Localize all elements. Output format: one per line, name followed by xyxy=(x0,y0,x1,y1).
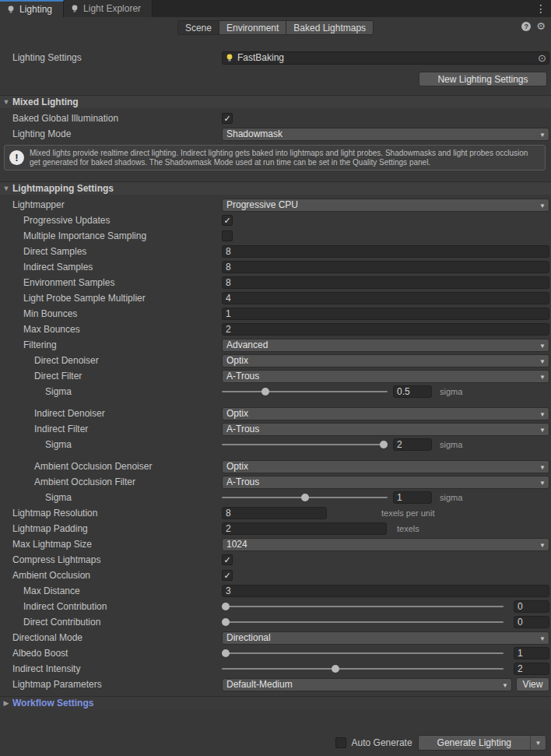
albedo-boost-value-field[interactable]: 1 xyxy=(514,647,549,659)
view-button[interactable]: View xyxy=(516,677,549,691)
direct-contribution-slider[interactable] xyxy=(222,621,504,623)
lightmapper-dropdown[interactable]: Progressive CPU▼ xyxy=(222,199,549,212)
control-indirect-denoiser: Optix▼ xyxy=(222,407,549,420)
dropdown-value: Optix xyxy=(226,355,248,366)
object-picker-icon[interactable]: ⊙ xyxy=(538,52,546,65)
max-bounces-field[interactable]: 2 xyxy=(222,323,549,336)
tab-light-explorer[interactable]: Light Explorer xyxy=(64,0,153,17)
dropdown-value: A-Trous xyxy=(226,476,259,487)
row-multiple-importance-sampling: Multiple Importance Sampling✓ xyxy=(0,228,551,244)
chevron-down-icon: ▼ xyxy=(539,411,546,418)
row-progressive-updates: Progressive Updates✓ xyxy=(0,213,551,228)
row-indirect-contribution: Indirect Contribution0 xyxy=(0,599,551,614)
new-lighting-settings-button[interactable]: New Lighting Settings xyxy=(419,72,547,86)
label-sigma: Sigma xyxy=(0,386,222,397)
indirect-contribution-value-field[interactable]: 0 xyxy=(514,600,549,613)
baked-global-illumination-checkbox[interactable]: ✓ xyxy=(222,113,233,124)
tab-lighting[interactable]: Lighting xyxy=(0,0,64,17)
section-header-mixed-lighting[interactable]: ▼ Mixed Lighting xyxy=(0,95,551,108)
view-tab-environment[interactable]: Environment xyxy=(219,20,286,35)
section-title: Workflow Settings xyxy=(12,698,93,709)
indirect-samples-field[interactable]: 8 xyxy=(222,261,549,273)
direct-denoiser-dropdown[interactable]: Optix▼ xyxy=(222,354,549,367)
label-indirect-filter: Indirect Filter xyxy=(0,424,222,434)
lightbulb-icon xyxy=(70,4,79,13)
indirect-denoiser-dropdown[interactable]: Optix▼ xyxy=(222,407,549,420)
max-lightmap-size-dropdown[interactable]: 1024▼ xyxy=(222,538,549,551)
environment-samples-field[interactable]: 8 xyxy=(222,276,549,289)
sigma-value-field[interactable]: 2 xyxy=(393,438,432,451)
help-icon[interactable]: ? xyxy=(521,22,531,31)
progressive-updates-checkbox[interactable]: ✓ xyxy=(222,215,233,226)
check-icon: ✓ xyxy=(223,571,230,580)
lightmap-parameters-dropdown[interactable]: Default-Medium▼ xyxy=(222,678,512,691)
gear-icon[interactable]: ⚙ xyxy=(536,22,546,31)
row-baked-global-illumination: Baked Global Illumination✓ xyxy=(0,111,551,126)
max-distance-field[interactable]: 3 xyxy=(222,585,549,597)
indirect-contribution-slider[interactable] xyxy=(222,606,504,607)
control-direct-denoiser: Optix▼ xyxy=(222,354,549,367)
lighting-mode-dropdown[interactable]: Shadowmask▼ xyxy=(222,128,549,141)
label-lightmap-resolution: Lightmap Resolution xyxy=(0,508,222,519)
direct-samples-field[interactable]: 8 xyxy=(222,245,549,258)
direct-filter-dropdown[interactable]: A-Trous▼ xyxy=(222,370,549,383)
lightbulb-icon xyxy=(6,5,16,14)
filtering-dropdown[interactable]: Advanced▼ xyxy=(222,339,549,352)
section-header-lightmapping-settings[interactable]: ▼ Lightmapping Settings xyxy=(0,181,551,195)
view-tab-baked-lightmaps[interactable]: Baked Lightmaps xyxy=(286,20,374,35)
sigma-slider[interactable] xyxy=(222,391,388,392)
indirect-intensity-slider[interactable] xyxy=(222,668,504,670)
row-lightmap-resolution: Lightmap Resolution8texels per unit xyxy=(0,505,551,521)
slider-handle[interactable] xyxy=(332,665,339,673)
field-value: 2 xyxy=(226,324,231,335)
direct-contribution-value-field[interactable]: 0 xyxy=(514,616,549,628)
sigma-value-field[interactable]: 1 xyxy=(393,491,432,504)
control-compress-lightmaps: ✓ xyxy=(222,554,549,567)
field-value: 8 xyxy=(226,508,231,519)
kebab-menu-icon[interactable]: ⋮ xyxy=(535,1,546,16)
control-max-lightmap-size: 1024▼ xyxy=(222,538,549,551)
indirect-filter-dropdown[interactable]: A-Trous▼ xyxy=(222,423,549,436)
control-multiple-importance-sampling: ✓ xyxy=(222,230,549,243)
albedo-boost-slider[interactable] xyxy=(222,652,504,654)
control-filtering: Advanced▼ xyxy=(222,339,549,352)
sigma-slider[interactable] xyxy=(222,444,388,445)
light-probe-sample-multiplier-field[interactable]: 4 xyxy=(222,292,549,304)
mixed-lighting-body: Baked Global Illumination✓Lighting ModeS… xyxy=(0,108,551,142)
lightmap-padding-field[interactable]: 2 xyxy=(222,522,387,535)
control-ambient-occlusion: ✓ xyxy=(222,569,549,582)
ambient-occlusion-checkbox[interactable]: ✓ xyxy=(222,570,233,581)
indirect-intensity-value-field[interactable]: 2 xyxy=(514,663,549,675)
section-header-workflow-settings[interactable]: ▶ Workflow Settings xyxy=(0,696,551,709)
slider-handle[interactable] xyxy=(380,441,388,448)
slider-handle[interactable] xyxy=(222,603,230,610)
control-lightmapper: Progressive CPU▼ xyxy=(222,199,549,212)
view-tab-scene[interactable]: Scene xyxy=(177,20,219,35)
ambient-occlusion-denoiser-dropdown[interactable]: Optix▼ xyxy=(222,460,549,473)
auto-generate-checkbox[interactable]: ✓ xyxy=(335,737,346,748)
label-indirect-contribution: Indirect Contribution xyxy=(0,601,222,612)
slider-handle[interactable] xyxy=(222,649,230,657)
ambient-occlusion-filter-dropdown[interactable]: A-Trous▼ xyxy=(222,476,549,489)
row-ambient-occlusion: Ambient Occlusion✓ xyxy=(0,568,551,583)
generate-lighting-button[interactable]: Generate Lighting xyxy=(419,736,530,750)
label-compress-lightmaps: Compress Lightmaps xyxy=(0,554,222,565)
directional-mode-dropdown[interactable]: Directional▼ xyxy=(222,631,549,645)
row-environment-samples: Environment Samples8 xyxy=(0,275,551,290)
sigma-value-field[interactable]: 0.5 xyxy=(393,385,432,398)
slider-handle[interactable] xyxy=(222,618,230,626)
unit-suffix: texels xyxy=(397,524,419,533)
lightmap-resolution-field[interactable]: 8 xyxy=(222,507,327,519)
min-bounces-field[interactable]: 1 xyxy=(222,308,549,320)
slider-handle[interactable] xyxy=(301,494,309,501)
label-direct-denoiser: Direct Denoiser xyxy=(0,355,222,366)
compress-lightmaps-checkbox[interactable]: ✓ xyxy=(222,554,233,565)
slider-handle[interactable] xyxy=(261,388,269,396)
generate-lighting-dropdown-icon[interactable]: ▼ xyxy=(530,736,546,750)
view-tab-group: Scene Environment Baked Lightmaps xyxy=(177,20,374,35)
auto-generate-label: Auto Generate xyxy=(352,737,412,748)
multiple-importance-sampling-checkbox[interactable]: ✓ xyxy=(222,230,233,241)
info-helpbox: ! Mixed lights provide realtime direct l… xyxy=(4,145,546,171)
lighting-settings-object-field[interactable]: FastBaking ⊙ xyxy=(222,51,549,65)
sigma-slider[interactable] xyxy=(222,497,388,498)
